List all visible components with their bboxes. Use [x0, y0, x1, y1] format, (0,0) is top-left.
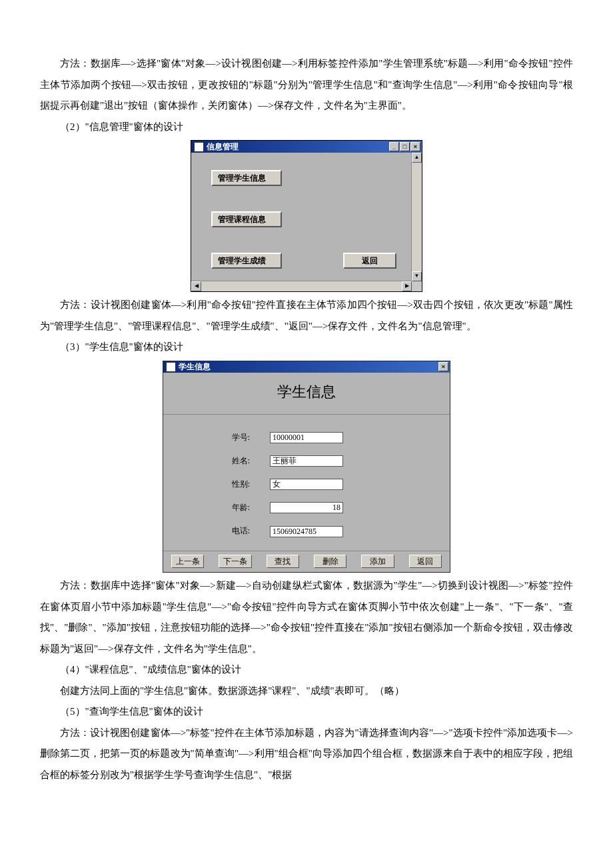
field-row-id: 学号: — [183, 429, 430, 446]
paragraph-4: 创建方法同上面的"学生信息"窗体。数据源选择"课程"、"成绩"表即可。（略） — [40, 681, 573, 702]
scroll-right-icon[interactable]: ▶ — [402, 281, 412, 291]
input-age[interactable] — [270, 502, 343, 513]
input-id[interactable] — [270, 432, 343, 443]
window-title: 信息管理 — [207, 141, 388, 153]
field-row-sex: 性别: — [183, 476, 430, 493]
scroll-up-icon[interactable]: ▲ — [412, 153, 422, 163]
titlebar: 学生信息 × — [163, 361, 450, 373]
label-phone: 电话: — [183, 523, 270, 539]
back-button[interactable]: 返回 — [343, 253, 396, 269]
form-icon — [194, 142, 204, 152]
minimize-icon[interactable]: _ — [389, 142, 399, 151]
close-icon[interactable]: × — [438, 362, 448, 371]
section-heading-5: （5）"查询学生信息"窗体的设计 — [40, 701, 573, 723]
horizontal-scrollbar[interactable]: ◀ ▶ — [191, 281, 412, 291]
input-sex[interactable] — [270, 479, 343, 490]
window-student-info: 学生信息 × 学生信息 学号: 姓名: 性别: 年龄: 电话: 上一条 下一条 … — [163, 361, 450, 573]
window-title: 学生信息 — [179, 361, 438, 373]
section-heading-2: （2）"信息管理"窗体的设计 — [40, 117, 573, 138]
prev-record-button[interactable]: 上一条 — [171, 555, 204, 568]
scrollbar-corner — [412, 281, 422, 291]
manage-course-info-button[interactable]: 管理课程信息 — [211, 211, 282, 227]
scroll-down-icon[interactable]: ▼ — [412, 271, 422, 281]
window-info-management: 信息管理 _ □ × 管理学生信息 管理课程信息 管理学生成绩 返回 ▲ ▼ ◀… — [191, 140, 422, 292]
titlebar: 信息管理 _ □ × — [191, 141, 422, 153]
paragraph-method-1: 方法：数据库—>选择"窗体"对象—>设计视图创建—>利用标签控件添加"学生管理系… — [40, 53, 573, 117]
find-button[interactable]: 查找 — [267, 555, 299, 568]
form-icon — [166, 362, 176, 372]
maximize-icon[interactable]: □ — [400, 142, 410, 151]
label-sex: 性别: — [183, 476, 270, 493]
window-body: 管理学生信息 管理课程信息 管理学生成绩 返回 ▲ ▼ ◀ ▶ — [191, 153, 422, 291]
section-heading-3: （3）"学生信息"窗体的设计 — [40, 337, 573, 358]
manage-student-score-button[interactable]: 管理学生成绩 — [211, 253, 282, 269]
form-footer: 上一条 下一条 查找 删除 添加 返回 — [163, 551, 450, 572]
paragraph-method-2: 方法：设计视图创建窗体—>利用"命令按钮"控件直接在主体节添加四个按钮—>双击四… — [40, 295, 573, 337]
vertical-scrollbar[interactable]: ▲ ▼ — [411, 153, 422, 281]
input-name[interactable] — [270, 455, 343, 467]
input-phone[interactable] — [270, 526, 343, 537]
paragraph-method-5: 方法：设计视图创建窗体—>"标签"控件在主体节添加标题，内容为"请选择查询内容"… — [40, 723, 573, 786]
form-heading: 学生信息 — [163, 373, 450, 415]
scroll-left-icon[interactable]: ◀ — [191, 281, 201, 291]
label-name: 姓名: — [183, 453, 270, 469]
delete-button[interactable]: 删除 — [314, 555, 346, 568]
form-body: 学号: 姓名: 性别: 年龄: 电话: — [163, 415, 450, 551]
back-button[interactable]: 返回 — [409, 555, 442, 568]
section-heading-4: （4）"课程信息"、"成绩信息"窗体的设计 — [40, 659, 573, 681]
close-icon[interactable]: × — [410, 142, 420, 151]
label-id: 学号: — [183, 429, 270, 446]
field-row-age: 年龄: — [183, 499, 430, 516]
add-button[interactable]: 添加 — [361, 555, 394, 568]
manage-student-info-button[interactable]: 管理学生信息 — [211, 170, 282, 186]
field-row-name: 姓名: — [183, 453, 430, 469]
paragraph-method-3: 方法：数据库中选择"窗体"对象—>新建—>自动创建纵栏式窗体，数据源为"学生"—… — [40, 575, 573, 659]
field-row-phone: 电话: — [183, 523, 430, 539]
label-age: 年龄: — [183, 499, 270, 516]
next-record-button[interactable]: 下一条 — [219, 555, 251, 568]
